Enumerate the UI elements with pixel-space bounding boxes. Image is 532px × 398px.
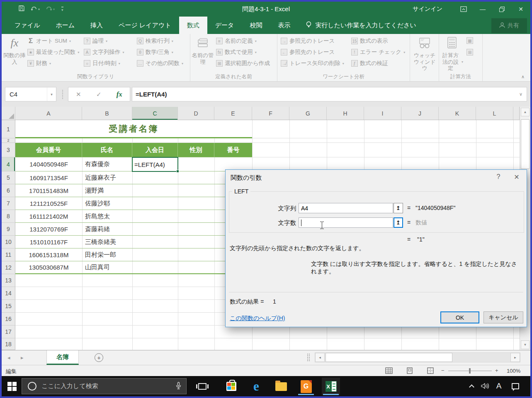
vertical-scrollbar-thumb[interactable]	[521, 119, 530, 169]
text-functions-button[interactable]: A文字列操作▾	[84, 48, 124, 56]
tab-formulas[interactable]: 数式	[179, 17, 207, 34]
microsoft-store-button[interactable]	[222, 378, 240, 395]
normal-view-button[interactable]	[385, 367, 393, 374]
calculation-options-button[interactable]: 計算方法の設定▾	[441, 36, 463, 72]
cell-name[interactable]: 有森優奈	[82, 157, 132, 171]
zoom-level[interactable]: 100%	[507, 368, 520, 374]
insert-function-fx-button[interactable]: fx	[117, 90, 122, 99]
row-header-2[interactable]: 2	[2, 138, 15, 143]
select-all-button[interactable]	[2, 107, 15, 120]
scroll-down-button[interactable]: ▼	[521, 340, 530, 349]
new-sheet-button[interactable]: +	[95, 353, 103, 362]
math-trig-button[interactable]: θ数学/三角▾	[137, 48, 183, 56]
cell-member-no[interactable]: 1305030687M	[15, 261, 82, 273]
row-header-9[interactable]: 9	[2, 223, 15, 236]
column-header-f[interactable]: F	[252, 107, 289, 120]
cell-member-no[interactable]: 1404050948F	[15, 157, 82, 171]
cell[interactable]	[178, 248, 214, 261]
name-box-dropdown[interactable]: ▾	[47, 87, 56, 101]
error-checking-button[interactable]: !エラー チェック▾	[351, 48, 405, 56]
customize-qat-button[interactable]: ▾	[61, 7, 63, 12]
scroll-left-button[interactable]: ◂	[315, 353, 325, 362]
sheet-title-cell[interactable]: 受講者名簿	[15, 120, 252, 138]
share-button[interactable]: 共有	[491, 18, 527, 33]
cancel-entry-button[interactable]: ✕	[76, 91, 81, 98]
cell-member-no[interactable]: 1510101167F	[15, 236, 82, 248]
task-view-button[interactable]	[193, 378, 211, 395]
zoom-out-button[interactable]: −	[441, 367, 445, 374]
cell-member-no[interactable]: 1606151318M	[15, 248, 82, 261]
tab-review[interactable]: 校閲	[242, 17, 270, 34]
taskbar-search-input[interactable]: ここに入力して検索	[22, 378, 187, 394]
column-header-partial[interactable]	[513, 107, 520, 120]
excel-taskbar-button[interactable]: X	[322, 378, 340, 395]
zoom-in-button[interactable]: +	[495, 367, 498, 374]
column-header-l[interactable]: L	[476, 107, 513, 120]
tell-me-box[interactable]: 実行したい作業を入力してください	[306, 17, 416, 34]
dialog-close-button[interactable]: ✕	[508, 170, 525, 184]
more-functions-button[interactable]: …その他の関数▾	[137, 60, 183, 67]
cell[interactable]	[178, 197, 214, 210]
edge-button[interactable]: e	[247, 378, 265, 395]
formula-input[interactable]: =LEFT(A4) ∨	[132, 87, 527, 101]
show-hidden-icons-button[interactable]	[466, 381, 477, 391]
ok-button[interactable]: OK	[440, 311, 479, 323]
sheet-nav-right-icon[interactable]: ▸	[21, 355, 24, 361]
column-header-g[interactable]: G	[289, 107, 327, 120]
tab-view[interactable]: 表示	[270, 17, 298, 34]
cell[interactable]	[178, 157, 214, 171]
cell[interactable]	[178, 236, 214, 248]
tab-file[interactable]: ファイル	[7, 17, 48, 34]
column-header-c[interactable]: C	[132, 107, 178, 120]
expand-formula-bar-button[interactable]: ∨	[519, 92, 522, 97]
row-header-7[interactable]: 7	[2, 197, 15, 210]
cell-name[interactable]: 斎藤莉緒	[82, 223, 132, 235]
column-header-k[interactable]: K	[439, 107, 476, 120]
row-header-1[interactable]: 1	[2, 120, 15, 138]
close-button[interactable]: ✕	[511, 2, 530, 17]
scroll-up-button[interactable]: ▲	[521, 108, 530, 116]
ribbon-display-options-button[interactable]	[454, 2, 473, 17]
row-header-13[interactable]: 13	[2, 274, 15, 287]
row-header-5[interactable]: 5	[2, 171, 15, 184]
calculate-now-button[interactable]: ▦	[466, 37, 473, 44]
cell-name[interactable]: 折島悠太	[82, 210, 132, 222]
column-header-e[interactable]: E	[214, 107, 252, 120]
row-header-15[interactable]: 15	[2, 300, 15, 313]
row-header-16[interactable]: 16	[2, 313, 15, 326]
volume-button[interactable]	[479, 381, 491, 391]
cell[interactable]	[178, 171, 214, 184]
dialog-help-button[interactable]: ?	[490, 170, 507, 184]
create-from-selection-button[interactable]: ⊞選択範囲から作成	[216, 60, 270, 67]
header-cell-member-no[interactable]: 会員番号	[15, 143, 82, 157]
tab-insert[interactable]: 挿入	[83, 17, 111, 34]
use-in-formula-button[interactable]: fx数式で使用▾	[216, 48, 270, 56]
cancel-button[interactable]: キャンセル	[483, 311, 523, 323]
cell-member-no[interactable]: 1701151483M	[15, 184, 82, 197]
tab-home[interactable]: ホーム	[48, 17, 83, 34]
row-header-17[interactable]: 17	[2, 326, 15, 338]
cell-name[interactable]: 佐藤沙耶	[82, 197, 132, 210]
enter-entry-button[interactable]: ✓	[96, 91, 102, 98]
autosum-button[interactable]: Σオート SUM▾	[27, 37, 79, 45]
arg2-collapse-button[interactable]: ↥	[394, 217, 403, 228]
column-header-h[interactable]: H	[327, 107, 364, 120]
row-header-11[interactable]: 11	[2, 248, 15, 261]
lookup-reference-button[interactable]: Q検索/行列▾	[137, 37, 183, 45]
arg2-input[interactable]	[299, 217, 393, 228]
logical-button[interactable]: ?論理▾	[84, 37, 124, 45]
undo-button[interactable]: ▾	[31, 6, 40, 12]
start-button[interactable]	[7, 382, 17, 391]
horizontal-scrollbar-thumb[interactable]	[326, 353, 452, 362]
cell[interactable]	[178, 210, 214, 222]
recent-functions-button[interactable]: ★最近使った関数▾	[27, 48, 79, 56]
insert-function-button[interactable]: fx 関数の挿入	[3, 36, 26, 65]
zoom-slider-handle[interactable]	[469, 368, 471, 374]
cell-member-no[interactable]: 1609171354F	[15, 171, 82, 184]
page-layout-view-button[interactable]	[406, 367, 413, 374]
redo-button[interactable]: ▾	[46, 6, 55, 12]
column-header-i[interactable]: I	[364, 107, 401, 120]
show-formulas-button[interactable]: 15数式の表示	[351, 37, 405, 45]
row-header-14[interactable]: 14	[2, 287, 15, 300]
trace-dependents-button[interactable]: ←参照先のトレース	[281, 48, 344, 56]
